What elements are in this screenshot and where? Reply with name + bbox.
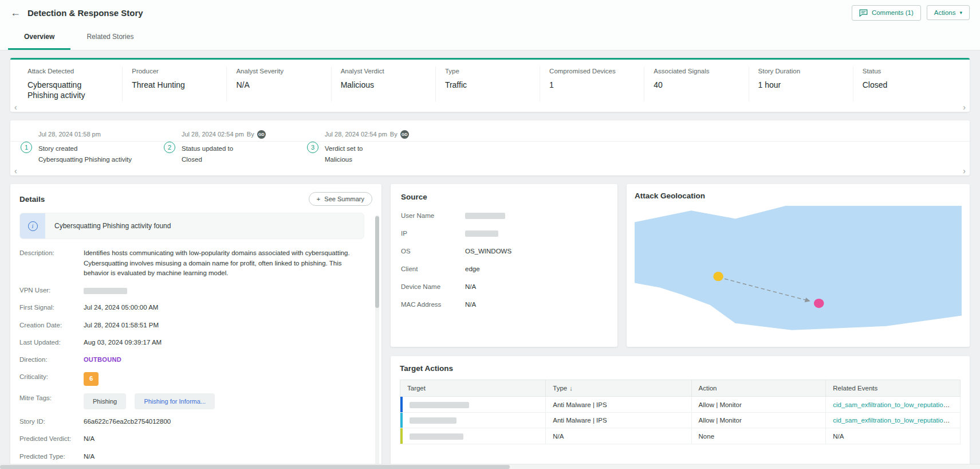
page-horizontal-scrollbar-thumb[interactable] bbox=[0, 465, 510, 469]
redacted-target bbox=[410, 417, 456, 424]
geolocation-title: Attack Geolocation bbox=[635, 191, 962, 200]
column-header-target[interactable]: Target bbox=[400, 380, 546, 397]
field-value: N/A bbox=[465, 283, 476, 290]
severity-bar bbox=[400, 413, 403, 428]
summary-field-associated-signals: Associated Signals 40 bbox=[644, 67, 748, 101]
field-label: Creation Date: bbox=[19, 321, 84, 329]
source-panel: Source User Name IP OS OS_WINDOWS bbox=[391, 184, 617, 347]
detail-row-mitre-tags: Mitre Tags: Phishing Phishing for Inform… bbox=[19, 393, 364, 410]
field-value: Closed bbox=[863, 80, 948, 90]
details-scroll-area: i Cybersquatting Phishing activity found… bbox=[10, 212, 381, 469]
field-label: Type bbox=[445, 68, 530, 75]
field-label: Mitre Tags: bbox=[19, 393, 84, 401]
details-scrollbar-thumb[interactable] bbox=[375, 216, 379, 308]
sort-desc-icon[interactable]: ↓ bbox=[569, 385, 573, 392]
target-location-marker[interactable] bbox=[814, 299, 824, 308]
field-value: N/A bbox=[84, 452, 95, 462]
plus-icon: + bbox=[317, 196, 320, 202]
target-actions-panel: Target Actions Target Type↓ Action Relat… bbox=[391, 356, 970, 469]
field-label: Attack Detected bbox=[27, 68, 113, 75]
summary-field-analyst-verdict: Analyst Verdict Malicious bbox=[331, 67, 435, 101]
detail-row-last-updated: Last Updated: Aug 03, 2024 09:39:17 AM bbox=[19, 338, 364, 347]
detail-row-predicted-verdict: Predicted Verdict: N/A bbox=[19, 434, 364, 444]
detail-row-story-id: Story ID: 66a622c76ea2cb2754012800 bbox=[19, 417, 364, 427]
tab-related-stories[interactable]: Related Stories bbox=[70, 25, 149, 50]
source-location-marker[interactable] bbox=[713, 272, 723, 281]
source-row-user-name: User Name bbox=[401, 212, 607, 218]
chevron-down-icon: ▾ bbox=[959, 10, 962, 15]
field-label: MAC Address bbox=[401, 301, 465, 308]
field-label: Client bbox=[401, 265, 465, 272]
mitre-tag-chip[interactable]: Phishing for Informa... bbox=[135, 393, 215, 410]
details-title: Details bbox=[19, 195, 45, 204]
column-header-action[interactable]: Action bbox=[691, 380, 826, 397]
summary-scroll-left-icon[interactable]: ‹ bbox=[14, 103, 17, 111]
tab-overview[interactable]: Overview bbox=[8, 25, 70, 50]
field-label: Last Updated: bbox=[19, 338, 84, 346]
detail-row-description: Description: Identifies hosts communicat… bbox=[19, 248, 364, 278]
field-value: N/A bbox=[465, 301, 476, 308]
field-value: 66a622c76ea2cb2754012800 bbox=[84, 417, 171, 427]
detail-row-first-signal: First Signal: Jul 24, 2024 05:00:00 AM bbox=[19, 303, 364, 312]
redacted-target bbox=[410, 433, 463, 440]
timeline-step-number: 3 bbox=[307, 142, 318, 153]
action-cell: Allow | Monitor bbox=[691, 397, 826, 412]
field-label: First Signal: bbox=[19, 303, 84, 311]
action-cell: None bbox=[691, 428, 826, 444]
field-value: Cybersquatting Phishing activity bbox=[27, 80, 113, 100]
back-icon[interactable]: ← bbox=[10, 7, 21, 18]
timeline-detail: Cybersquatting Phishing activity bbox=[38, 156, 132, 163]
column-header-type[interactable]: Type↓ bbox=[546, 380, 691, 397]
geolocation-map[interactable] bbox=[635, 206, 962, 334]
redacted-target bbox=[410, 402, 469, 408]
table-row[interactable]: Anti Malware | IPS Allow | Monitor cid_s… bbox=[400, 397, 961, 412]
map-svg bbox=[635, 206, 962, 334]
comment-icon bbox=[859, 9, 868, 17]
field-value: Aug 03, 2024 09:39:17 AM bbox=[84, 338, 162, 347]
field-label: Criticality: bbox=[19, 372, 84, 380]
field-value: edge bbox=[465, 265, 480, 272]
timeline-action: Verdict set to bbox=[325, 145, 409, 152]
page-horizontal-scrollbar[interactable] bbox=[0, 464, 980, 469]
related-events-link[interactable]: cid_sam_exfiltration_to_low_reputation_d… bbox=[833, 417, 960, 424]
target-actions-title: Target Actions bbox=[400, 364, 961, 373]
field-value: OS_WINDOWS bbox=[465, 248, 511, 255]
direction-value: OUTBOUND bbox=[84, 356, 121, 363]
action-cell: Allow | Monitor bbox=[691, 412, 826, 428]
detail-row-creation-date: Creation Date: Jul 28, 2024 01:58:51 PM bbox=[19, 321, 364, 330]
field-label: Status bbox=[863, 68, 948, 75]
timeline-step-2: 2 Jul 28, 2024 02:54 pm By GD Status upd… bbox=[164, 125, 307, 163]
table-row[interactable]: N/A None N/A bbox=[400, 428, 961, 444]
details-scrollbar[interactable] bbox=[375, 215, 379, 467]
table-row[interactable]: Anti Malware | IPS Allow | Monitor cid_s… bbox=[400, 412, 961, 428]
top-header-area: ← Detection & Response Story Comments (1… bbox=[0, 0, 980, 50]
summary-scroll-right-icon[interactable]: › bbox=[963, 103, 966, 111]
timeline-timestamp: Jul 28, 2024 01:58 pm bbox=[38, 131, 101, 138]
actions-button[interactable]: Actions ▾ bbox=[927, 5, 970, 20]
timeline-scroll-right-icon[interactable]: › bbox=[963, 167, 966, 175]
column-header-related-events[interactable]: Related Events bbox=[826, 380, 961, 397]
summary-field-attack-detected: Attack Detected Cybersquatting Phishing … bbox=[18, 67, 122, 101]
field-value: Jul 24, 2024 05:00:00 AM bbox=[84, 303, 158, 312]
timeline-timestamp: Jul 28, 2024 02:54 pm bbox=[325, 131, 387, 138]
related-events-link[interactable]: cid_sam_exfiltration_to_low_reputation_d… bbox=[833, 401, 960, 408]
comments-button[interactable]: Comments (1) bbox=[852, 5, 921, 21]
redacted-value bbox=[465, 213, 505, 219]
timeline-timestamp: Jul 28, 2024 02:54 pm bbox=[182, 131, 244, 138]
see-summary-button[interactable]: + See Summary bbox=[309, 192, 372, 206]
mitre-tag-chip[interactable]: Phishing bbox=[84, 393, 126, 410]
field-value: N/A bbox=[84, 434, 95, 444]
timeline-scroll-left-icon[interactable]: ‹ bbox=[14, 167, 17, 175]
field-label: IP bbox=[401, 230, 465, 237]
source-row-ip: IP bbox=[401, 230, 607, 237]
title-bar: ← Detection & Response Story Comments (1… bbox=[0, 0, 980, 25]
field-value: Threat Hunting bbox=[132, 80, 217, 90]
timeline-action: Status updated to bbox=[182, 145, 266, 152]
timeline-detail: Closed bbox=[182, 156, 266, 163]
field-value: N/A bbox=[236, 80, 321, 90]
source-row-mac-address: MAC Address N/A bbox=[401, 301, 607, 308]
type-cell: Anti Malware | IPS bbox=[546, 412, 691, 428]
table-header-row: Target Type↓ Action Related Events bbox=[400, 380, 961, 397]
detail-row-criticality: Criticality: 6 bbox=[19, 372, 364, 385]
timeline-action: Story created bbox=[38, 145, 132, 152]
